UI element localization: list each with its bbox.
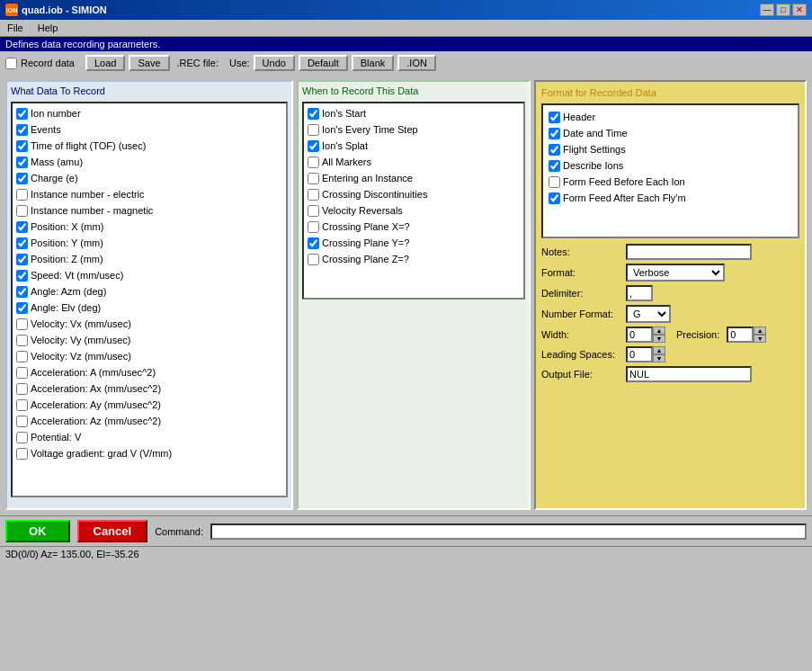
leading-spaces-down-button[interactable]: ▼ (653, 354, 665, 362)
when-checkbox-9[interactable] (308, 254, 319, 265)
what-label-12: Angle: Elv (deg) (31, 300, 101, 315)
what-checkbox-0[interactable] (16, 108, 28, 120)
use-label: Use: (229, 58, 250, 68)
width-down-button[interactable]: ▼ (653, 335, 665, 343)
format-checkbox-4[interactable] (549, 176, 560, 188)
what-checkbox-16[interactable] (16, 367, 28, 379)
precision-up-button[interactable]: ▲ (754, 327, 766, 335)
what-checkbox-19[interactable] (16, 416, 28, 427)
when-label-1: Ion's Every Time Step (322, 122, 418, 137)
what-checkbox-20[interactable] (16, 432, 28, 443)
what-checkbox-12[interactable] (16, 302, 28, 314)
width-up-button[interactable]: ▲ (653, 327, 665, 335)
notes-input[interactable] (626, 244, 752, 260)
what-checkbox-3[interactable] (16, 157, 28, 168)
when-record-panel: When to Record This Data Ion's StartIon'… (297, 80, 531, 510)
what-checkbox-1[interactable] (16, 124, 28, 136)
what-label-2: Time of flight (TOF) (usec) (31, 139, 146, 153)
when-checkbox-6[interactable] (308, 205, 319, 217)
what-item-9: Position: Z (mm) (14, 251, 284, 267)
when-checkbox-7[interactable] (308, 221, 319, 233)
undo-button[interactable]: Undo (254, 55, 295, 71)
format-title: Format for Recorded Data (541, 87, 799, 100)
when-checkbox-4[interactable] (308, 173, 319, 184)
what-checkbox-11[interactable] (16, 286, 28, 298)
cancel-button[interactable]: Cancel (77, 520, 148, 542)
what-checkbox-9[interactable] (16, 254, 28, 265)
minimize-button[interactable]: — (760, 4, 774, 16)
precision-down-button[interactable]: ▼ (754, 335, 766, 343)
command-input[interactable] (210, 523, 807, 540)
when-label-8: Crossing Plane Y=? (322, 236, 409, 250)
what-label-16: Acceleration: A (mm/usec^2) (31, 365, 156, 380)
what-label-20: Potential: V (31, 430, 81, 444)
leading-spaces-label: Leading Spaces: (541, 349, 622, 360)
when-item-4: Entering an Instance (306, 170, 522, 186)
what-label-15: Velocity: Vz (mm/usec) (31, 349, 131, 363)
bottom-bar: OK Cancel Command: (0, 515, 812, 546)
what-checkbox-5[interactable] (16, 189, 28, 201)
menu-file[interactable]: File (4, 22, 27, 34)
what-checkbox-18[interactable] (16, 399, 28, 411)
width-label: Width: (541, 329, 622, 340)
what-checkbox-6[interactable] (16, 205, 28, 217)
leading-spaces-up-button[interactable]: ▲ (653, 346, 665, 354)
format-checkbox-5[interactable] (549, 192, 560, 204)
when-checkbox-1[interactable] (308, 124, 319, 136)
when-item-3: All Markers (306, 154, 522, 170)
what-item-14: Velocity: Vy (mm/usec) (14, 332, 284, 348)
what-checkbox-17[interactable] (16, 383, 28, 395)
what-checkbox-4[interactable] (16, 173, 28, 184)
what-checkbox-21[interactable] (16, 448, 28, 460)
what-label-0: Ion number (31, 106, 81, 121)
format-check-label-1: Date and Time (563, 126, 628, 140)
number-format-select[interactable]: G E F (626, 305, 671, 323)
output-file-input[interactable] (626, 366, 752, 382)
when-checkbox-5[interactable] (308, 189, 319, 201)
when-item-2: Ion's Splat (306, 138, 522, 154)
record-data-checkbox[interactable] (5, 58, 17, 69)
when-item-8: Crossing Plane Y=? (306, 235, 522, 251)
ok-button[interactable]: OK (5, 520, 70, 542)
what-label-3: Mass (amu) (31, 155, 83, 169)
window-title: quad.iob - SIMION (22, 4, 107, 15)
leading-spaces-input[interactable] (626, 346, 653, 362)
what-checkbox-7[interactable] (16, 221, 28, 233)
format-checkbox-3[interactable] (549, 160, 560, 172)
save-button[interactable]: Save (129, 55, 169, 71)
format-check-item-5: Form Feed After Each Fly'm (547, 190, 794, 206)
delimiter-input[interactable] (626, 285, 653, 301)
when-checkbox-2[interactable] (308, 140, 319, 152)
what-checkbox-2[interactable] (16, 140, 28, 152)
load-button[interactable]: Load (85, 55, 125, 71)
format-check-label-5: Form Feed After Each Fly'm (563, 191, 686, 205)
when-checkbox-8[interactable] (308, 237, 319, 249)
when-checkbox-3[interactable] (308, 157, 319, 168)
blank-button[interactable]: Blank (352, 55, 395, 71)
menu-help[interactable]: Help (34, 22, 62, 34)
when-label-7: Crossing Plane X=? (322, 219, 410, 234)
default-button[interactable]: Default (299, 55, 348, 71)
format-select[interactable]: Verbose Brief CSV (626, 264, 725, 282)
when-checkbox-0[interactable] (308, 108, 319, 120)
what-checkbox-10[interactable] (16, 270, 28, 282)
format-check-item-4: Form Feed Before Each Ion (547, 174, 794, 190)
format-checkbox-0[interactable] (549, 112, 560, 123)
what-item-8: Position: Y (mm) (14, 235, 284, 251)
status-bar-bottom: 3D(0/0) Az= 135.00, El=-35.26 (0, 546, 812, 564)
what-checkbox-8[interactable] (16, 237, 28, 249)
what-item-7: Position: X (mm) (14, 219, 284, 235)
precision-input[interactable] (727, 327, 754, 343)
maximize-button[interactable]: □ (776, 4, 790, 16)
format-check-item-2: Flight Settings (547, 141, 794, 157)
ion-button[interactable]: .ION (397, 55, 436, 71)
what-checkbox-15[interactable] (16, 351, 28, 362)
status-description: Defines data recording parameters. (0, 37, 812, 51)
format-checkbox-2[interactable] (549, 144, 560, 156)
what-checkbox-13[interactable] (16, 318, 28, 330)
close-button[interactable]: ✕ (792, 4, 807, 16)
width-input[interactable] (626, 327, 653, 343)
what-checkbox-14[interactable] (16, 335, 28, 346)
what-label-18: Acceleration: Ay (mm/usec^2) (31, 398, 161, 412)
format-checkbox-1[interactable] (549, 128, 560, 139)
